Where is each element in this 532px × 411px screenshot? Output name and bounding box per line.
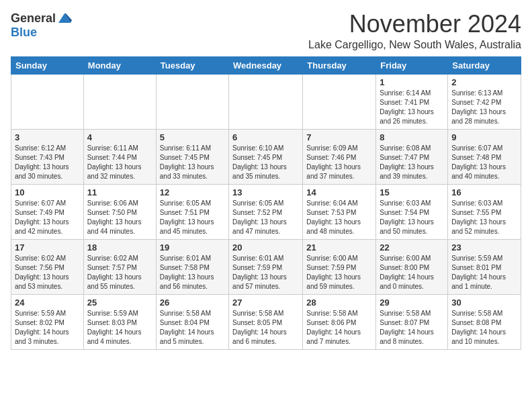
day-info: Sunrise: 6:05 AM Sunset: 7:51 PM Dayligh… xyxy=(160,199,225,236)
calendar-cell: 8Sunrise: 6:08 AM Sunset: 7:47 PM Daylig… xyxy=(376,129,448,184)
calendar-cell: 9Sunrise: 6:07 AM Sunset: 7:48 PM Daylig… xyxy=(448,129,521,184)
day-info: Sunrise: 6:11 AM Sunset: 7:44 PM Dayligh… xyxy=(87,144,152,181)
day-number: 18 xyxy=(87,242,152,253)
calendar-header-wednesday: Wednesday xyxy=(229,56,303,74)
calendar-cell: 15Sunrise: 6:03 AM Sunset: 7:54 PM Dayli… xyxy=(376,184,448,239)
day-number: 14 xyxy=(306,187,372,197)
day-info: Sunrise: 6:00 AM Sunset: 7:59 PM Dayligh… xyxy=(306,254,372,291)
day-number: 8 xyxy=(380,132,444,142)
day-number: 27 xyxy=(232,298,299,308)
logo: General Blue xyxy=(11,11,72,40)
day-info: Sunrise: 6:07 AM Sunset: 7:48 PM Dayligh… xyxy=(451,144,517,181)
day-info: Sunrise: 6:10 AM Sunset: 7:45 PM Dayligh… xyxy=(232,144,299,181)
day-info: Sunrise: 6:09 AM Sunset: 7:46 PM Dayligh… xyxy=(306,144,372,181)
calendar-cell: 2Sunrise: 6:13 AM Sunset: 7:42 PM Daylig… xyxy=(448,74,521,129)
day-info: Sunrise: 5:58 AM Sunset: 8:06 PM Dayligh… xyxy=(306,309,372,347)
day-number: 19 xyxy=(160,242,225,253)
day-info: Sunrise: 6:03 AM Sunset: 7:54 PM Dayligh… xyxy=(380,199,444,236)
day-number: 21 xyxy=(306,242,372,253)
day-info: Sunrise: 5:58 AM Sunset: 8:07 PM Dayligh… xyxy=(380,309,444,347)
day-number: 3 xyxy=(15,132,80,142)
location-title: Lake Cargelligo, New South Wales, Austra… xyxy=(308,39,521,51)
logo-icon xyxy=(57,11,72,26)
day-info: Sunrise: 5:59 AM Sunset: 8:03 PM Dayligh… xyxy=(87,309,152,347)
day-number: 9 xyxy=(451,132,517,142)
day-info: Sunrise: 6:05 AM Sunset: 7:52 PM Dayligh… xyxy=(232,199,299,236)
calendar-cell: 24Sunrise: 5:59 AM Sunset: 8:02 PM Dayli… xyxy=(11,294,84,349)
calendar-cell: 29Sunrise: 5:58 AM Sunset: 8:07 PM Dayli… xyxy=(376,294,448,349)
calendar-cell xyxy=(83,74,156,129)
day-number: 29 xyxy=(380,298,444,308)
calendar-cell: 27Sunrise: 5:58 AM Sunset: 8:05 PM Dayli… xyxy=(229,294,303,349)
logo-general-text: General xyxy=(11,11,56,26)
week-row-1: 1Sunrise: 6:14 AM Sunset: 7:41 PM Daylig… xyxy=(11,74,521,129)
day-info: Sunrise: 6:13 AM Sunset: 7:42 PM Dayligh… xyxy=(451,89,517,126)
calendar-cell xyxy=(11,74,84,129)
day-number: 28 xyxy=(306,298,372,308)
calendar-header-saturday: Saturday xyxy=(448,56,521,74)
day-number: 11 xyxy=(87,187,152,197)
day-info: Sunrise: 5:58 AM Sunset: 8:08 PM Dayligh… xyxy=(451,309,517,347)
calendar-cell: 11Sunrise: 6:06 AM Sunset: 7:50 PM Dayli… xyxy=(83,184,156,239)
header: General Blue November 2024 Lake Cargelli… xyxy=(11,11,521,51)
day-number: 24 xyxy=(15,298,80,308)
day-number: 23 xyxy=(451,242,517,253)
day-number: 22 xyxy=(380,242,444,253)
day-number: 5 xyxy=(160,132,225,142)
calendar-cell: 12Sunrise: 6:05 AM Sunset: 7:51 PM Dayli… xyxy=(156,184,228,239)
day-number: 17 xyxy=(15,242,80,253)
day-info: Sunrise: 6:01 AM Sunset: 7:59 PM Dayligh… xyxy=(232,254,299,291)
calendar-cell: 26Sunrise: 5:58 AM Sunset: 8:04 PM Dayli… xyxy=(156,294,228,349)
day-info: Sunrise: 5:59 AM Sunset: 8:01 PM Dayligh… xyxy=(451,254,517,291)
calendar-cell: 18Sunrise: 6:02 AM Sunset: 7:57 PM Dayli… xyxy=(83,239,156,294)
day-info: Sunrise: 5:58 AM Sunset: 8:04 PM Dayligh… xyxy=(160,309,225,347)
day-number: 7 xyxy=(306,132,372,142)
calendar-cell: 1Sunrise: 6:14 AM Sunset: 7:41 PM Daylig… xyxy=(376,74,448,129)
day-number: 4 xyxy=(87,132,152,142)
day-info: Sunrise: 5:59 AM Sunset: 8:02 PM Dayligh… xyxy=(15,309,80,347)
day-number: 20 xyxy=(232,242,299,253)
calendar-cell: 30Sunrise: 5:58 AM Sunset: 8:08 PM Dayli… xyxy=(448,294,521,349)
calendar-header-monday: Monday xyxy=(83,56,156,74)
calendar-cell: 22Sunrise: 6:00 AM Sunset: 8:00 PM Dayli… xyxy=(376,239,448,294)
week-row-4: 17Sunrise: 6:02 AM Sunset: 7:56 PM Dayli… xyxy=(11,239,521,294)
day-number: 6 xyxy=(232,132,299,142)
calendar-cell: 5Sunrise: 6:11 AM Sunset: 7:45 PM Daylig… xyxy=(156,129,228,184)
day-number: 1 xyxy=(380,77,444,87)
calendar-cell: 4Sunrise: 6:11 AM Sunset: 7:44 PM Daylig… xyxy=(83,129,156,184)
calendar-cell: 17Sunrise: 6:02 AM Sunset: 7:56 PM Dayli… xyxy=(11,239,84,294)
header-row: SundayMondayTuesdayWednesdayThursdayFrid… xyxy=(11,56,521,74)
calendar-header-sunday: Sunday xyxy=(11,56,84,74)
day-info: Sunrise: 6:07 AM Sunset: 7:49 PM Dayligh… xyxy=(15,199,80,236)
calendar-cell: 20Sunrise: 6:01 AM Sunset: 7:59 PM Dayli… xyxy=(229,239,303,294)
calendar-cell: 3Sunrise: 6:12 AM Sunset: 7:43 PM Daylig… xyxy=(11,129,84,184)
calendar-cell: 14Sunrise: 6:04 AM Sunset: 7:53 PM Dayli… xyxy=(303,184,376,239)
week-row-3: 10Sunrise: 6:07 AM Sunset: 7:49 PM Dayli… xyxy=(11,184,521,239)
day-number: 30 xyxy=(451,298,517,308)
title-section: November 2024 Lake Cargelligo, New South… xyxy=(308,11,521,51)
calendar-header-friday: Friday xyxy=(376,56,448,74)
day-number: 26 xyxy=(160,298,225,308)
calendar-cell xyxy=(303,74,376,129)
calendar-header-thursday: Thursday xyxy=(303,56,376,74)
day-info: Sunrise: 6:12 AM Sunset: 7:43 PM Dayligh… xyxy=(15,144,80,181)
day-info: Sunrise: 6:02 AM Sunset: 7:56 PM Dayligh… xyxy=(15,254,80,291)
day-number: 12 xyxy=(160,187,225,197)
calendar-cell: 10Sunrise: 6:07 AM Sunset: 7:49 PM Dayli… xyxy=(11,184,84,239)
calendar-cell: 21Sunrise: 6:00 AM Sunset: 7:59 PM Dayli… xyxy=(303,239,376,294)
calendar: SundayMondayTuesdayWednesdayThursdayFrid… xyxy=(11,56,521,350)
calendar-cell xyxy=(156,74,228,129)
day-info: Sunrise: 6:06 AM Sunset: 7:50 PM Dayligh… xyxy=(87,199,152,236)
calendar-cell: 16Sunrise: 6:03 AM Sunset: 7:55 PM Dayli… xyxy=(448,184,521,239)
calendar-cell: 13Sunrise: 6:05 AM Sunset: 7:52 PM Dayli… xyxy=(229,184,303,239)
day-info: Sunrise: 6:00 AM Sunset: 8:00 PM Dayligh… xyxy=(380,254,444,291)
calendar-cell: 6Sunrise: 6:10 AM Sunset: 7:45 PM Daylig… xyxy=(229,129,303,184)
day-number: 15 xyxy=(380,187,444,197)
day-number: 2 xyxy=(451,77,517,87)
day-info: Sunrise: 6:02 AM Sunset: 7:57 PM Dayligh… xyxy=(87,254,152,291)
day-number: 16 xyxy=(451,187,517,197)
day-info: Sunrise: 6:11 AM Sunset: 7:45 PM Dayligh… xyxy=(160,144,225,181)
day-info: Sunrise: 6:14 AM Sunset: 7:41 PM Dayligh… xyxy=(380,89,444,126)
day-info: Sunrise: 6:01 AM Sunset: 7:58 PM Dayligh… xyxy=(160,254,225,291)
logo-blue-text: Blue xyxy=(11,26,37,40)
